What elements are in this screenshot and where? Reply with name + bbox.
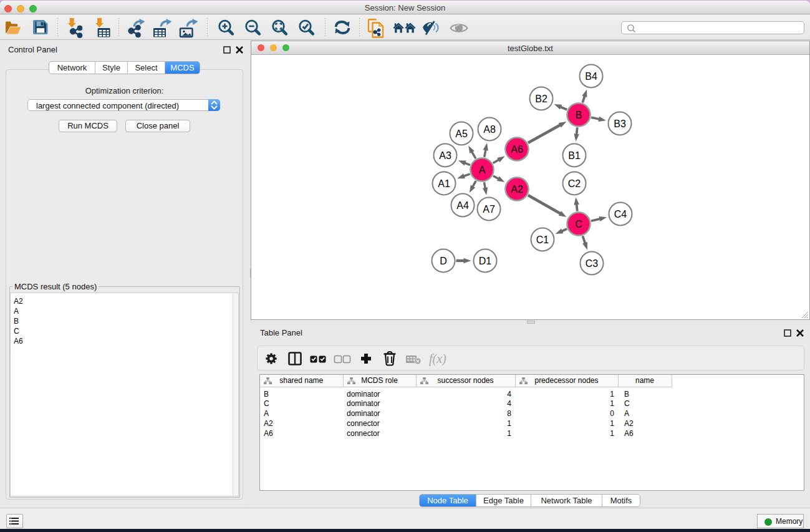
svg-text:B2: B2 xyxy=(535,94,547,104)
svg-text:B3: B3 xyxy=(614,118,626,129)
svg-text:B: B xyxy=(576,110,582,120)
svg-text:C4: C4 xyxy=(614,209,627,220)
svg-text:A3: A3 xyxy=(439,150,451,161)
svg-text:A7: A7 xyxy=(483,204,495,215)
svg-text:C2: C2 xyxy=(568,178,581,189)
svg-text:C1: C1 xyxy=(536,235,549,245)
svg-text:D1: D1 xyxy=(479,256,492,266)
svg-text:A1: A1 xyxy=(438,178,450,189)
svg-text:A6: A6 xyxy=(511,144,523,155)
svg-text:B1: B1 xyxy=(568,150,581,161)
svg-text:A: A xyxy=(479,165,486,175)
svg-text:A5: A5 xyxy=(455,128,468,139)
svg-text:f(x): f(x) xyxy=(429,352,446,366)
svg-text:B4: B4 xyxy=(585,71,597,82)
svg-text:C3: C3 xyxy=(586,258,599,269)
svg-text:D: D xyxy=(440,256,447,266)
svg-text:A4: A4 xyxy=(456,200,469,211)
svg-text:A8: A8 xyxy=(483,124,496,135)
svg-text:C: C xyxy=(575,219,582,230)
svg-text:A2: A2 xyxy=(511,184,523,195)
